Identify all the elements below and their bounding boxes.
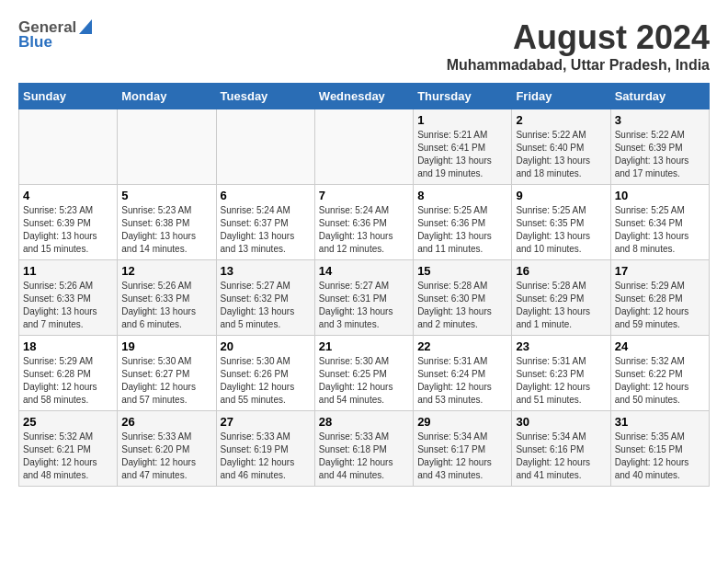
day-number: 8 xyxy=(417,189,507,202)
svg-marker-0 xyxy=(79,19,92,34)
weekday-header-saturday: Saturday xyxy=(610,84,709,109)
calendar-cell: 10Sunrise: 5:25 AM Sunset: 6:34 PM Dayli… xyxy=(610,185,709,260)
day-info: Sunrise: 5:33 AM Sunset: 6:18 PM Dayligh… xyxy=(319,431,409,482)
weekday-header-wednesday: Wednesday xyxy=(314,84,413,109)
day-number: 10 xyxy=(615,189,705,202)
calendar-cell: 31Sunrise: 5:35 AM Sunset: 6:15 PM Dayli… xyxy=(610,411,709,487)
weekday-header-row: SundayMondayTuesdayWednesdayThursdayFrid… xyxy=(19,84,710,109)
day-info: Sunrise: 5:28 AM Sunset: 6:29 PM Dayligh… xyxy=(516,280,606,331)
day-number: 23 xyxy=(516,339,606,353)
day-info: Sunrise: 5:30 AM Sunset: 6:25 PM Dayligh… xyxy=(319,355,409,407)
day-info: Sunrise: 5:34 AM Sunset: 6:17 PM Dayligh… xyxy=(417,431,507,482)
calendar-cell: 20Sunrise: 5:30 AM Sunset: 6:26 PM Dayli… xyxy=(216,336,314,411)
calendar-cell: 26Sunrise: 5:33 AM Sunset: 6:20 PM Dayli… xyxy=(118,411,216,487)
calendar-cell: 15Sunrise: 5:28 AM Sunset: 6:30 PM Dayli… xyxy=(414,260,512,336)
day-info: Sunrise: 5:34 AM Sunset: 6:16 PM Dayligh… xyxy=(516,431,606,482)
day-number: 2 xyxy=(516,113,606,127)
weekday-header-thursday: Thursday xyxy=(414,84,512,109)
day-info: Sunrise: 5:23 AM Sunset: 6:38 PM Dayligh… xyxy=(121,204,211,256)
day-info: Sunrise: 5:24 AM Sunset: 6:37 PM Dayligh… xyxy=(221,204,311,256)
day-info: Sunrise: 5:25 AM Sunset: 6:35 PM Dayligh… xyxy=(516,204,606,256)
calendar-cell: 5Sunrise: 5:23 AM Sunset: 6:38 PM Daylig… xyxy=(118,185,216,260)
day-info: Sunrise: 5:24 AM Sunset: 6:36 PM Dayligh… xyxy=(319,204,409,256)
weekday-header-tuesday: Tuesday xyxy=(216,84,314,109)
day-info: Sunrise: 5:27 AM Sunset: 6:31 PM Dayligh… xyxy=(319,280,409,331)
calendar-cell: 28Sunrise: 5:33 AM Sunset: 6:18 PM Dayli… xyxy=(314,411,413,487)
calendar-cell: 22Sunrise: 5:31 AM Sunset: 6:24 PM Dayli… xyxy=(414,336,512,411)
day-info: Sunrise: 5:33 AM Sunset: 6:20 PM Dayligh… xyxy=(121,431,211,482)
day-info: Sunrise: 5:23 AM Sunset: 6:39 PM Dayligh… xyxy=(23,204,113,256)
day-info: Sunrise: 5:32 AM Sunset: 6:22 PM Dayligh… xyxy=(615,355,705,407)
day-number: 27 xyxy=(221,415,311,429)
day-info: Sunrise: 5:30 AM Sunset: 6:26 PM Dayligh… xyxy=(221,355,311,407)
day-number: 21 xyxy=(319,339,409,353)
day-info: Sunrise: 5:32 AM Sunset: 6:21 PM Dayligh… xyxy=(23,431,113,482)
calendar-cell: 16Sunrise: 5:28 AM Sunset: 6:29 PM Dayli… xyxy=(512,260,610,336)
calendar-week-row: 4Sunrise: 5:23 AM Sunset: 6:39 PM Daylig… xyxy=(19,185,710,260)
calendar-cell: 23Sunrise: 5:31 AM Sunset: 6:23 PM Dayli… xyxy=(512,336,610,411)
day-number: 5 xyxy=(121,189,211,202)
day-info: Sunrise: 5:33 AM Sunset: 6:19 PM Dayligh… xyxy=(221,431,311,482)
day-number: 6 xyxy=(221,189,311,202)
calendar-cell: 6Sunrise: 5:24 AM Sunset: 6:37 PM Daylig… xyxy=(216,185,314,260)
day-info: Sunrise: 5:30 AM Sunset: 6:27 PM Dayligh… xyxy=(121,355,211,407)
day-info: Sunrise: 5:31 AM Sunset: 6:24 PM Dayligh… xyxy=(417,355,507,407)
logo-triangle-icon xyxy=(79,19,92,34)
day-number: 1 xyxy=(417,113,507,127)
day-info: Sunrise: 5:31 AM Sunset: 6:23 PM Dayligh… xyxy=(516,355,606,407)
day-info: Sunrise: 5:25 AM Sunset: 6:36 PM Dayligh… xyxy=(417,204,507,256)
day-info: Sunrise: 5:22 AM Sunset: 6:39 PM Dayligh… xyxy=(615,129,705,180)
day-number: 15 xyxy=(417,264,507,278)
day-info: Sunrise: 5:29 AM Sunset: 6:28 PM Dayligh… xyxy=(615,280,705,331)
calendar-cell: 11Sunrise: 5:26 AM Sunset: 6:33 PM Dayli… xyxy=(19,260,118,336)
calendar-cell: 4Sunrise: 5:23 AM Sunset: 6:39 PM Daylig… xyxy=(19,185,118,260)
day-number: 4 xyxy=(23,189,113,202)
calendar-cell: 9Sunrise: 5:25 AM Sunset: 6:35 PM Daylig… xyxy=(512,185,610,260)
day-info: Sunrise: 5:26 AM Sunset: 6:33 PM Dayligh… xyxy=(121,280,211,331)
day-number: 19 xyxy=(121,339,211,353)
logo: General Blue xyxy=(18,18,92,52)
calendar-cell xyxy=(19,109,118,185)
calendar-week-row: 1Sunrise: 5:21 AM Sunset: 6:41 PM Daylig… xyxy=(19,109,710,185)
logo-blue-text: Blue xyxy=(18,33,52,52)
day-number: 25 xyxy=(23,415,113,429)
calendar-header: SundayMondayTuesdayWednesdayThursdayFrid… xyxy=(19,84,710,109)
calendar-cell xyxy=(216,109,314,185)
day-number: 26 xyxy=(121,415,211,429)
day-info: Sunrise: 5:26 AM Sunset: 6:33 PM Dayligh… xyxy=(23,280,113,331)
header: General Blue August 2024 Muhammadabad, U… xyxy=(18,18,710,74)
day-number: 14 xyxy=(319,264,409,278)
calendar-cell xyxy=(314,109,413,185)
day-number: 22 xyxy=(417,339,507,353)
calendar-cell: 7Sunrise: 5:24 AM Sunset: 6:36 PM Daylig… xyxy=(314,185,413,260)
calendar-cell: 8Sunrise: 5:25 AM Sunset: 6:36 PM Daylig… xyxy=(414,185,512,260)
day-info: Sunrise: 5:28 AM Sunset: 6:30 PM Dayligh… xyxy=(417,280,507,331)
day-number: 13 xyxy=(221,264,311,278)
calendar-cell: 14Sunrise: 5:27 AM Sunset: 6:31 PM Dayli… xyxy=(314,260,413,336)
weekday-header-monday: Monday xyxy=(118,84,216,109)
calendar-cell: 30Sunrise: 5:34 AM Sunset: 6:16 PM Dayli… xyxy=(512,411,610,487)
day-number: 24 xyxy=(615,339,705,353)
title-area: August 2024 Muhammadabad, Uttar Pradesh,… xyxy=(447,18,710,74)
day-number: 7 xyxy=(319,189,409,202)
weekday-header-friday: Friday xyxy=(512,84,610,109)
calendar-cell: 13Sunrise: 5:27 AM Sunset: 6:32 PM Dayli… xyxy=(216,260,314,336)
calendar-title: August 2024 xyxy=(447,18,710,57)
calendar-cell: 12Sunrise: 5:26 AM Sunset: 6:33 PM Dayli… xyxy=(118,260,216,336)
calendar-table: SundayMondayTuesdayWednesdayThursdayFrid… xyxy=(18,83,710,487)
calendar-cell: 21Sunrise: 5:30 AM Sunset: 6:25 PM Dayli… xyxy=(314,336,413,411)
calendar-cell: 3Sunrise: 5:22 AM Sunset: 6:39 PM Daylig… xyxy=(610,109,709,185)
calendar-cell: 1Sunrise: 5:21 AM Sunset: 6:41 PM Daylig… xyxy=(414,109,512,185)
calendar-week-row: 11Sunrise: 5:26 AM Sunset: 6:33 PM Dayli… xyxy=(19,260,710,336)
calendar-cell: 18Sunrise: 5:29 AM Sunset: 6:28 PM Dayli… xyxy=(19,336,118,411)
day-number: 29 xyxy=(417,415,507,429)
day-info: Sunrise: 5:35 AM Sunset: 6:15 PM Dayligh… xyxy=(615,431,705,482)
calendar-cell: 17Sunrise: 5:29 AM Sunset: 6:28 PM Dayli… xyxy=(610,260,709,336)
day-number: 18 xyxy=(23,339,113,353)
day-number: 11 xyxy=(23,264,113,278)
calendar-cell: 24Sunrise: 5:32 AM Sunset: 6:22 PM Dayli… xyxy=(610,336,709,411)
calendar-cell: 19Sunrise: 5:30 AM Sunset: 6:27 PM Dayli… xyxy=(118,336,216,411)
day-number: 12 xyxy=(121,264,211,278)
calendar-cell: 25Sunrise: 5:32 AM Sunset: 6:21 PM Dayli… xyxy=(19,411,118,487)
weekday-header-sunday: Sunday xyxy=(19,84,118,109)
